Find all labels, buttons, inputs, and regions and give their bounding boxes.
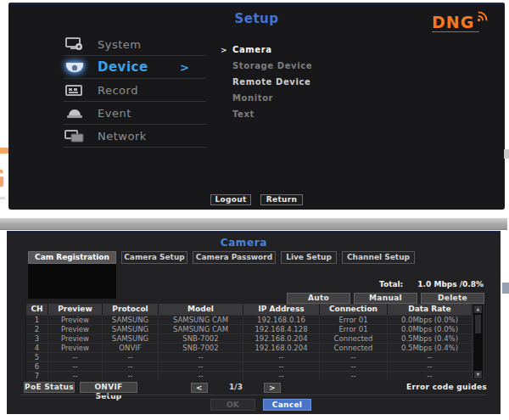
sidebar-item-label: Network (98, 130, 147, 143)
submenu-item-text[interactable]: Text (221, 109, 312, 119)
setup-sidebar: System Device > Record (64, 33, 206, 148)
submenu-item-remote-device[interactable]: Remote Device (221, 77, 312, 87)
table-row[interactable]: 5 -- -- -- -- -- -- (26, 352, 473, 361)
system-monitor-icon (64, 37, 86, 51)
network-icon (64, 130, 86, 143)
watermark-orange-bar (0, 148, 8, 154)
table-scrollbar[interactable]: ▲ ▼ (473, 304, 484, 380)
sidebar-item-label: System (98, 38, 141, 51)
sidebar-item-system[interactable]: System (64, 33, 206, 56)
preview-link[interactable]: Preview (48, 334, 103, 343)
camera-tab-bar: Cam Registration Camera Setup Camera Pas… (28, 251, 415, 264)
next-page-button[interactable]: > (264, 383, 281, 393)
sidebar-item-label: Record (98, 84, 138, 97)
scrollbar-thumb[interactable] (475, 315, 481, 333)
sidebar-item-event[interactable]: Event (64, 102, 206, 125)
preview-link[interactable]: Preview (48, 325, 103, 333)
connection-status: Connected (320, 334, 388, 343)
footer-divider (20, 395, 487, 395)
connection-status: Error 01 (320, 325, 388, 333)
table-row[interactable]: 2 Preview SAMSUNG SAMSUNG CAM 192.168.4.… (26, 324, 473, 333)
return-button[interactable]: Return (260, 194, 303, 205)
sidebar-item-device[interactable]: Device > (64, 56, 206, 79)
setup-window: Setup DNG System (8, 3, 505, 210)
tab-cam-registration[interactable]: Cam Registration (28, 251, 116, 264)
logout-button[interactable]: Logout (210, 194, 251, 205)
table-row[interactable]: 6 -- -- -- -- -- -- (26, 361, 473, 371)
cancel-button[interactable]: Cancel (263, 399, 311, 411)
chevron-right-icon: > (221, 46, 232, 54)
total-bandwidth: Total: 1.0 Mbps /0.8% (379, 280, 484, 288)
table-row[interactable]: 7 -- -- -- -- -- -- (26, 371, 473, 380)
tab-camera-setup[interactable]: Camera Setup (121, 251, 187, 264)
window-top-accent (8, 3, 505, 6)
submenu-item-label: Monitor (232, 93, 273, 103)
sidebar-item-label: Device (98, 59, 148, 75)
sidebar-item-label: Event (98, 107, 131, 120)
camera-page-title: Camera (7, 237, 481, 249)
window-top-accent (7, 231, 501, 233)
ok-button[interactable]: OK (210, 399, 255, 411)
chevron-right-icon: > (180, 61, 189, 74)
dome-camera-icon (64, 61, 86, 74)
watermark-small-text: sc (0, 194, 5, 200)
submenu-item-storage-device[interactable]: Storage Device (221, 61, 312, 70)
submenu-item-monitor[interactable]: Monitor (221, 93, 312, 103)
submenu-item-label: Storage Device (232, 61, 312, 70)
submenu-item-label: Text (232, 109, 255, 119)
poe-status-button[interactable]: PoE Status (24, 382, 75, 393)
tab-camera-password[interactable]: Camera Password (193, 251, 276, 264)
watermark-logo-fragment: G (0, 164, 11, 194)
auto-button[interactable]: Auto (287, 293, 350, 304)
up-arrow-icon[interactable]: ▲ (474, 305, 482, 313)
setup-page-title: Setup (8, 11, 505, 26)
onvif-setup-button[interactable]: ONVIF Setup (80, 382, 137, 393)
dng-logo-tagline (432, 31, 479, 34)
record-icon (64, 84, 86, 97)
dng-logo-text: DNG (432, 13, 474, 31)
sidebar-item-network[interactable]: Network (64, 125, 206, 148)
wifi-signal-icon (477, 9, 489, 25)
prev-page-button[interactable]: < (191, 383, 208, 393)
page-indicator: 1/3 (210, 383, 261, 391)
camera-preview-box (28, 264, 116, 299)
page-scrollbar-fragment (502, 283, 509, 294)
submenu-item-label: Remote Device (232, 77, 310, 87)
camera-window: Camera Cam Registration Camera Setup Cam… (7, 231, 501, 414)
down-arrow-icon[interactable]: ▼ (474, 371, 482, 378)
error-code-guides-link[interactable]: Error code guides (406, 383, 487, 391)
table-row[interactable]: 3 Preview SAMSUNG SNB-7002 192.168.0.204… (26, 333, 473, 343)
page-background: { "colors": { "accent_blue": "#4573cf", … (0, 0, 509, 420)
connection-status: Error 01 (320, 316, 388, 324)
window-divider-bar (0, 218, 507, 230)
connection-status: Connected (320, 344, 388, 352)
sidebar-item-record[interactable]: Record (64, 79, 206, 102)
preview-link[interactable]: Preview (48, 316, 103, 324)
table-row[interactable]: 4 Preview ONVIF SNB-7002 192.168.0.204 C… (26, 343, 473, 352)
tab-live-setup[interactable]: Live Setup (281, 251, 337, 264)
delete-button[interactable]: Delete (421, 293, 484, 304)
tab-channel-setup[interactable]: Channel Setup (342, 251, 415, 264)
total-value: 1.0 Mbps /0.8% (417, 280, 484, 288)
page-edge-fragment (504, 149, 509, 159)
device-submenu: > Camera Storage Device Remote Device Mo… (221, 45, 312, 119)
event-icon (64, 107, 86, 120)
dng-logo: DNG (432, 13, 491, 34)
submenu-item-camera[interactable]: > Camera (221, 45, 312, 54)
table-header-row: CH Preview Protocol Model IP Address Con… (26, 304, 473, 315)
preview-link[interactable]: Preview (48, 344, 103, 352)
submenu-item-label: Camera (232, 45, 272, 54)
total-label: Total: (379, 280, 403, 288)
camera-table: CH Preview Protocol Model IP Address Con… (25, 304, 473, 380)
table-row[interactable]: 1 Preview SAMSUNG SAMSUNG CAM 192.168.0.… (26, 315, 473, 324)
manual-button[interactable]: Manual (354, 293, 417, 304)
